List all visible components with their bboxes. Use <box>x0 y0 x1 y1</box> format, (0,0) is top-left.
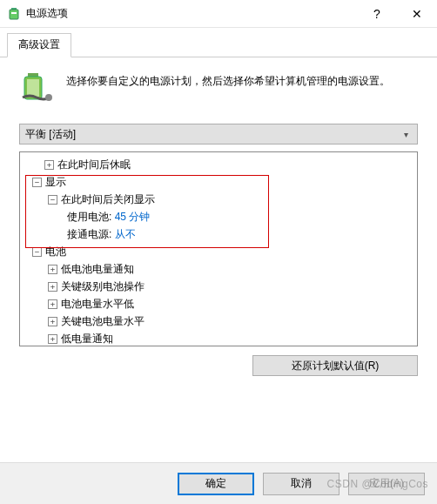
footer: 确定 取消 应用(A) <box>0 462 437 504</box>
svg-rect-5 <box>27 79 39 97</box>
tree-label: 电池电量水平低 <box>61 295 134 312</box>
app-icon <box>7 7 21 21</box>
expand-icon[interactable]: + <box>48 265 57 274</box>
tree-value[interactable]: 45 分钟 <box>115 208 151 225</box>
help-icon: ? <box>373 7 380 21</box>
restore-defaults-label: 还原计划默认值(R) <box>292 359 380 373</box>
intro-block: 选择你要自定义的电源计划，然后选择你希望计算机管理的电源设置。 <box>19 71 418 106</box>
expand-icon[interactable]: + <box>48 282 57 292</box>
cancel-label: 取消 <box>291 476 312 491</box>
tab-advanced[interactable]: 高级设置 <box>7 33 71 57</box>
tabstrip: 高级设置 <box>0 28 437 57</box>
tree-label: 在此时间后休眠 <box>57 156 131 173</box>
cancel-button[interactable]: 取消 <box>263 473 340 495</box>
tree-label: 使用电池: <box>67 208 111 225</box>
tree-label: 接通电源: <box>67 225 111 243</box>
tree-label: 关键电池电量水平 <box>61 312 145 330</box>
tree-label: 电池 <box>45 243 66 260</box>
tree-label: 关键级别电池操作 <box>61 278 145 295</box>
tree-label: 低电量通知 <box>61 330 113 346</box>
svg-rect-1 <box>10 10 18 19</box>
tree-item-low-notify2[interactable]: + 低电量通知 <box>20 330 417 346</box>
tree-item-plugged-in[interactable]: 接通电源: 从不 <box>20 225 417 243</box>
tab-advanced-label: 高级设置 <box>18 38 60 50</box>
tree-item-on-battery[interactable]: 使用电池: 45 分钟 <box>20 208 417 225</box>
battery-plug-icon <box>19 71 54 106</box>
restore-defaults-button[interactable]: 还原计划默认值(R) <box>252 355 418 376</box>
tree-item-low-level-notify[interactable]: + 低电池电量通知 <box>20 260 417 278</box>
plan-select[interactable]: 平衡 [活动] ▾ <box>19 124 418 144</box>
restore-row: 还原计划默认值(R) <box>19 355 418 376</box>
close-icon: ✕ <box>412 7 422 21</box>
collapse-icon[interactable]: − <box>48 195 57 205</box>
tree-item-critical-action[interactable]: + 关键级别电池操作 <box>20 278 417 295</box>
ok-button[interactable]: 确定 <box>178 473 254 495</box>
svg-rect-3 <box>28 73 38 77</box>
collapse-icon[interactable]: − <box>32 247 42 257</box>
tree-item-display[interactable]: − 显示 <box>20 173 417 191</box>
window-title: 电源选项 <box>26 6 357 21</box>
content-area: 选择你要自定义的电源计划，然后选择你希望计算机管理的电源设置。 平衡 [活动] … <box>0 57 437 385</box>
tree-value[interactable]: 从不 <box>115 225 136 243</box>
expand-icon[interactable]: + <box>48 334 57 344</box>
expand-icon[interactable]: + <box>48 317 57 326</box>
expand-icon[interactable]: + <box>44 160 54 170</box>
tree-label: 在此时间后关闭显示 <box>61 191 155 208</box>
settings-tree[interactable]: + 在此时间后休眠 − 显示 − 在此时间后关闭显示 使用电池: 45 分钟 接… <box>19 151 418 346</box>
tree-label: 低电池电量通知 <box>61 260 134 278</box>
titlebar: 电源选项 ? ✕ <box>0 0 437 28</box>
apply-label: 应用(A) <box>369 476 404 491</box>
collapse-icon[interactable]: − <box>32 178 42 187</box>
tree-item-low-level[interactable]: + 电池电量水平低 <box>20 295 417 312</box>
tree-item-turn-off-display[interactable]: − 在此时间后关闭显示 <box>20 191 417 208</box>
tree-item-battery[interactable]: − 电池 <box>20 243 417 260</box>
close-button[interactable]: ✕ <box>397 0 437 28</box>
intro-text: 选择你要自定义的电源计划，然后选择你希望计算机管理的电源设置。 <box>66 71 390 106</box>
svg-point-6 <box>45 94 52 101</box>
expand-icon[interactable]: + <box>48 299 57 309</box>
tree-label: 显示 <box>45 173 66 191</box>
plan-select-value: 平衡 [活动] <box>25 127 76 142</box>
apply-button[interactable]: 应用(A) <box>348 473 425 495</box>
tree-item-sleep-after[interactable]: + 在此时间后休眠 <box>20 156 417 173</box>
svg-rect-2 <box>11 12 17 14</box>
help-button[interactable]: ? <box>357 0 397 28</box>
ok-label: 确定 <box>205 476 226 491</box>
chevron-down-icon: ▾ <box>398 124 413 144</box>
tree-item-critical-level[interactable]: + 关键电池电量水平 <box>20 312 417 330</box>
